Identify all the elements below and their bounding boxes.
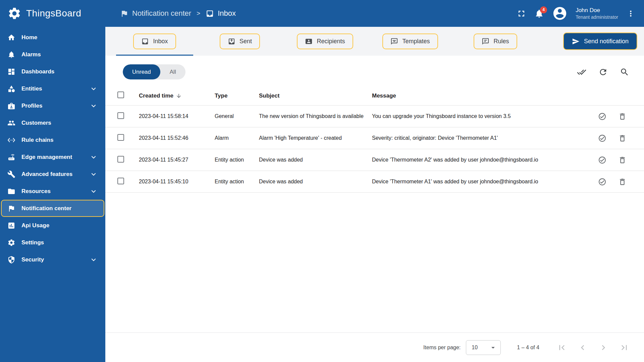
search-icon [620,67,629,77]
row-checkbox[interactable] [117,112,124,119]
delete-button[interactable] [618,112,627,121]
filter-unread-option[interactable]: Unread [123,64,160,79]
tab-sent[interactable]: Sent [197,27,282,56]
advanced-features-icon [7,170,15,178]
chevron-right-icon [598,343,608,353]
customers-icon [7,119,15,127]
app-title: ThingsBoard [26,8,81,19]
top-bar: Notification center > Inbox 4 [105,0,644,27]
sidebar-item-profiles[interactable]: Profiles [1,97,104,114]
api-usage-icon [7,222,15,230]
column-subject: Subject [259,93,372,99]
chevron-down-icon [89,153,98,162]
user-avatar[interactable] [552,6,568,21]
sidebar-item-alarms[interactable]: Alarms [1,46,104,63]
resources-icon [7,187,15,195]
column-message: Message [372,93,592,99]
trash-icon [618,134,627,142]
tabs: Inbox Sent Recipients [112,27,538,56]
profiles-icon [7,102,15,110]
notification-center-icon [120,9,128,18]
search-button[interactable] [620,67,629,77]
inbox-icon [141,38,149,45]
row-checkbox[interactable] [117,178,124,184]
sidebar-item-advanced-features[interactable]: Advanced features [1,166,104,183]
send-notification-button[interactable]: Send notification [563,33,637,50]
cell-message: Device 'Thermometer A2' was added by use… [372,157,592,163]
inbox-icon [206,9,214,18]
breadcrumb-inbox[interactable]: Inbox [206,9,236,18]
sidebar: ThingsBoard Home Alarms Dashboards [0,0,105,362]
fullscreen-button[interactable] [517,9,526,18]
mark-read-button[interactable] [598,112,606,121]
table-header: Created time Type Subject Message [105,86,644,106]
cell-type: Entity action [215,179,259,185]
chevron-down-icon [89,102,98,110]
tab-recipients[interactable]: Recipients [282,27,368,56]
notification-center-icon [7,204,15,213]
more-menu-button[interactable] [626,9,635,18]
sidebar-item-customers[interactable]: Customers [1,114,104,131]
mark-read-button[interactable] [598,156,606,164]
refresh-icon [598,67,608,77]
sidebar-item-dashboards[interactable]: Dashboards [1,63,104,80]
app-logo[interactable]: ThingsBoard [0,0,105,27]
settings-icon [7,239,15,247]
sidebar-item-entities[interactable]: Entities [1,80,104,97]
done-all-icon [577,67,586,77]
pagination-bar: Items per page: 10 1 – 4 of 4 [105,333,644,362]
breadcrumb-notification-center[interactable]: Notification center [120,9,191,18]
sidebar-item-resources[interactable]: Resources [1,183,104,200]
cell-created-time: 2023-04-11 15:45:10 [139,179,215,185]
sort-arrow-icon[interactable] [176,93,182,99]
edge-management-icon [7,153,15,161]
sidebar-item-security[interactable]: Security [1,251,104,268]
previous-page-button[interactable] [578,343,588,353]
cell-type: General [215,113,259,119]
sidebar-item-edge-management[interactable]: Edge management [1,148,104,166]
cell-created-time: 2023-04-11 15:58:14 [139,113,215,119]
tab-inbox[interactable]: Inbox [112,27,197,56]
next-page-button[interactable] [598,343,608,353]
first-page-button[interactable] [557,343,567,353]
column-created-time[interactable]: Created time [139,93,173,99]
rules-icon [482,38,489,45]
notifications-button[interactable]: 4 [534,9,544,18]
row-checkbox[interactable] [117,134,124,141]
dropdown-arrow-icon [489,344,497,352]
page-range-label: 1 – 4 of 4 [517,345,539,351]
filter-all-option[interactable]: All [160,64,185,79]
breadcrumb: Notification center > Inbox [120,9,236,18]
sidebar-item-home[interactable]: Home [1,29,104,46]
delete-button[interactable] [618,134,627,142]
cell-created-time: 2023-04-11 15:52:46 [139,135,215,141]
mark-all-read-button[interactable] [577,67,586,77]
tab-templates[interactable]: Templates [368,27,453,56]
row-checkbox[interactable] [117,156,124,163]
trash-icon [618,112,627,121]
cell-subject: Alarm 'High Temperature' - created [259,135,372,141]
mark-read-button[interactable] [598,178,606,186]
items-per-page-select[interactable]: 10 [466,340,501,355]
sidebar-item-settings[interactable]: Settings [1,234,104,251]
refresh-button[interactable] [598,67,608,77]
first-page-icon [557,343,567,353]
check-circle-icon [598,178,606,186]
select-all-checkbox[interactable] [117,92,124,98]
mark-read-button[interactable] [598,134,606,142]
sidebar-item-api-usage[interactable]: Api Usage [1,217,104,234]
dashboards-icon [7,68,15,76]
delete-button[interactable] [618,156,627,164]
sidebar-item-rule-chains[interactable]: Rule chains [1,131,104,148]
read-filter-toggle: Unread All [123,64,185,79]
trash-icon [618,178,627,186]
last-page-button[interactable] [619,343,629,353]
sidebar-item-notification-center[interactable]: Notification center [1,200,104,217]
app-root: ThingsBoard Home Alarms Dashboards [0,0,644,362]
cell-message: Device 'Thermometer A1' was added by use… [372,179,592,185]
tab-rules[interactable]: Rules [453,27,538,56]
delete-button[interactable] [618,178,627,186]
table-row: 2023-04-11 15:58:14 General The new vers… [105,106,644,127]
breadcrumb-separator: > [197,10,200,17]
cell-subject: Device was added [259,157,372,163]
